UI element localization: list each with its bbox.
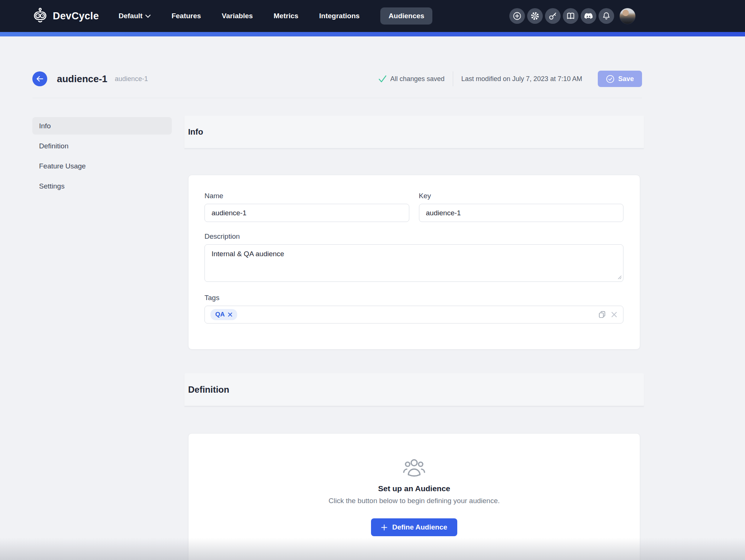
top-navbar: DevCycle Default Features Variables Metr… xyxy=(0,0,745,32)
header-right: All changes saved Last modified on July … xyxy=(378,71,642,87)
audience-key-text: audience-1 xyxy=(115,75,148,83)
sidenav-item-info[interactable]: Info xyxy=(32,117,172,135)
last-modified-text: Last modified on July 7, 2023 at 7:10 AM xyxy=(461,75,582,83)
vertical-divider xyxy=(453,71,453,86)
sidenav-item-settings[interactable]: Settings xyxy=(32,177,172,195)
empty-state-title: Set up an Audience xyxy=(188,484,640,493)
description-textarea[interactable]: Internal & QA audience xyxy=(204,244,623,282)
project-dropdown-label: Default xyxy=(119,12,142,20)
nav-item-variables[interactable]: Variables xyxy=(222,12,253,20)
check-circle-icon xyxy=(606,75,615,83)
info-section-header: Info xyxy=(184,116,644,148)
save-button-label: Save xyxy=(618,75,634,83)
tags-label: Tags xyxy=(204,294,623,302)
navbar-actions xyxy=(509,0,636,32)
tags-actions xyxy=(598,310,617,319)
plus-icon xyxy=(381,524,387,531)
key-label: Key xyxy=(419,192,624,200)
sidenav-item-feature-usage[interactable]: Feature Usage xyxy=(32,157,172,175)
back-button[interactable] xyxy=(32,71,47,86)
save-button[interactable]: Save xyxy=(598,71,642,87)
nav-item-integrations[interactable]: Integrations xyxy=(319,12,360,20)
description-label: Description xyxy=(204,232,623,241)
key-input[interactable] xyxy=(419,204,624,222)
sidenav-item-definition[interactable]: Definition xyxy=(32,137,172,155)
chevron-down-icon xyxy=(145,15,151,18)
user-avatar[interactable] xyxy=(619,8,636,24)
settings-gear-icon xyxy=(530,12,539,20)
page-title: audience-1 xyxy=(57,73,107,85)
name-label: Name xyxy=(204,192,409,200)
tag-chip-label: QA xyxy=(215,311,225,318)
audience-people-icon xyxy=(402,458,426,478)
discord-icon xyxy=(584,11,593,21)
primary-nav: Default Features Variables Metrics Integ… xyxy=(119,7,432,25)
notifications-bell-icon xyxy=(602,12,611,20)
tags-input[interactable]: QA xyxy=(204,306,623,324)
nav-item-features[interactable]: Features xyxy=(171,12,201,20)
info-section-title: Info xyxy=(188,127,203,137)
project-dropdown[interactable]: Default xyxy=(119,12,151,20)
nav-item-metrics[interactable]: Metrics xyxy=(274,12,299,20)
accent-bar xyxy=(0,32,745,36)
docs-button[interactable] xyxy=(563,8,578,24)
discord-button[interactable] xyxy=(581,8,596,24)
notifications-button[interactable] xyxy=(599,8,614,24)
check-icon xyxy=(378,75,387,83)
devcycle-logo-icon xyxy=(32,8,48,24)
definition-section-title: Definition xyxy=(188,384,229,395)
keys-button[interactable] xyxy=(545,8,561,24)
add-button[interactable] xyxy=(509,8,525,24)
arrow-left-icon xyxy=(36,75,43,82)
copy-icon[interactable] xyxy=(598,310,606,319)
audience-page: audience-1 audience-1 All changes saved … xyxy=(0,71,745,560)
docs-book-icon xyxy=(566,12,575,20)
clear-tags-icon[interactable] xyxy=(611,311,617,318)
devcycle-brand[interactable]: DevCycle xyxy=(32,8,99,24)
settings-button[interactable] xyxy=(527,8,543,24)
empty-state-subtitle: Click the button below to begin defining… xyxy=(188,497,640,505)
definition-section-header: Definition xyxy=(184,373,644,406)
saved-status: All changes saved xyxy=(378,75,445,83)
name-input[interactable] xyxy=(204,204,409,222)
info-card: Name Key Description Internal & QA audie… xyxy=(188,175,640,350)
brand-name: DevCycle xyxy=(53,10,99,22)
saved-status-text: All changes saved xyxy=(390,75,445,83)
add-icon xyxy=(513,12,522,20)
define-audience-button[interactable]: Define Audience xyxy=(371,518,457,536)
content: Info Definition Feature Usage Settings I… xyxy=(32,98,642,560)
page-header: audience-1 audience-1 All changes saved … xyxy=(32,71,642,87)
nav-item-audiences[interactable]: Audiences xyxy=(380,7,432,25)
definition-card: Set up an Audience Click the button belo… xyxy=(188,433,640,560)
main-column: Info Name Key Description Inte xyxy=(184,98,644,560)
tag-chip-qa: QA xyxy=(210,309,237,320)
resize-handle-icon[interactable] xyxy=(617,275,622,279)
api-keys-icon xyxy=(548,12,557,20)
side-nav: Info Definition Feature Usage Settings xyxy=(32,117,172,560)
define-audience-label: Define Audience xyxy=(392,523,447,531)
tag-remove-icon[interactable] xyxy=(228,312,232,317)
